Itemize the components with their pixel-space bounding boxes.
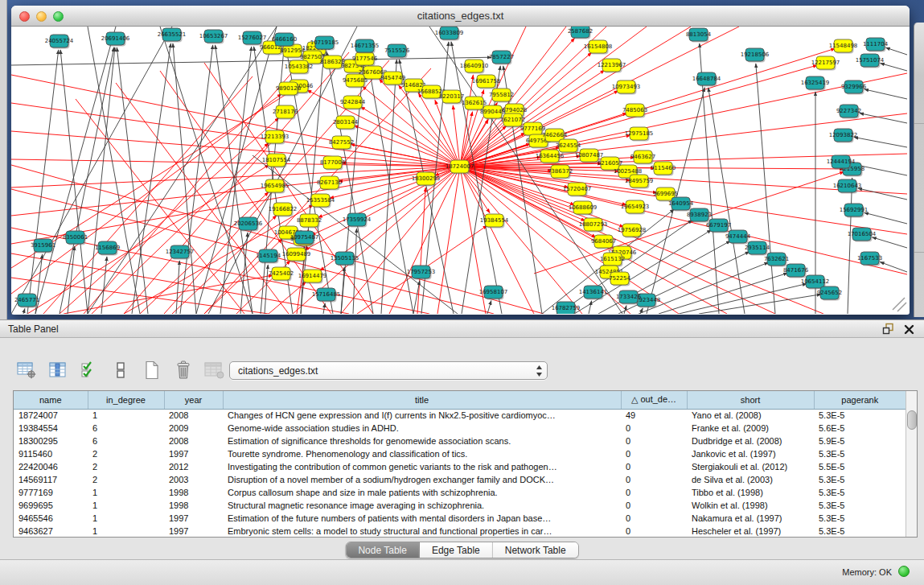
rows-icon[interactable] <box>110 360 131 381</box>
graph-node[interactable]: 12093822 <box>829 129 858 143</box>
column-header-year[interactable]: year <box>164 391 223 409</box>
network-window-titlebar[interactable]: citations_edges.txt <box>11 6 910 27</box>
graph-node[interactable]: 9177546 <box>352 52 378 67</box>
table-row[interactable]: 1872400712008Changes of HCN gene express… <box>14 409 906 422</box>
table-settings-icon[interactable] <box>16 360 37 381</box>
column-header-short[interactable]: short <box>687 391 814 409</box>
graph-node[interactable]: 15276027 <box>238 31 267 46</box>
table-scrollbar[interactable] <box>906 391 917 537</box>
graph-node[interactable]: 7515526 <box>384 44 410 59</box>
memory-status-icon[interactable] <box>898 566 910 577</box>
float-panel-icon[interactable] <box>882 323 894 338</box>
graph-node[interactable]: 19166822 <box>269 203 298 217</box>
graph-node[interactable]: 20691406 <box>101 32 130 47</box>
graph-node[interactable]: 3624554 <box>556 139 581 154</box>
graph-node[interactable]: 8177004 <box>320 156 346 171</box>
graph-node[interactable]: 9245652 <box>817 286 842 301</box>
graph-node[interactable]: 19654985 <box>261 179 290 194</box>
table-row[interactable]: 1456911722003Disruption of a novel membe… <box>14 473 906 486</box>
background-window-edge[interactable] <box>914 23 924 317</box>
graph-node[interactable]: 24055724 <box>45 35 74 49</box>
graph-node[interactable]: 13505135 <box>331 252 359 266</box>
graph-node[interactable]: 10653267 <box>199 30 228 44</box>
graph-node[interactable]: 10688609 <box>569 201 598 216</box>
graph-node[interactable]: 19218506 <box>741 48 770 63</box>
graph-node[interactable]: 2935114 <box>745 241 770 256</box>
graph-node[interactable]: 8813054 <box>686 28 712 43</box>
graph-node[interactable]: 17359924 <box>343 213 372 228</box>
table-row[interactable]: 946554611997Estimation of the future num… <box>14 512 906 525</box>
select-all-icon[interactable] <box>79 360 100 381</box>
show-columns-icon[interactable] <box>47 360 68 381</box>
scrollbar-thumb[interactable] <box>907 410 917 430</box>
graph-node[interactable]: 10973493 <box>612 80 641 95</box>
graph-node[interactable]: 16782759 <box>552 302 581 314</box>
graph-node[interactable]: 19756928 <box>618 224 647 238</box>
graph-node[interactable]: 7485063 <box>622 104 647 118</box>
graph-node[interactable]: 8427552 <box>329 136 354 150</box>
graph-node[interactable]: 12213967 <box>598 59 626 73</box>
table-row[interactable]: 1938455462009Genome-wide association stu… <box>14 422 906 435</box>
column-header-in_degree[interactable]: in_degree <box>88 391 164 409</box>
graph-node[interactable]: 16961758 <box>472 75 501 89</box>
graph-node[interactable]: 1733426 <box>616 290 642 305</box>
column-header-out_de[interactable]: △ out_de… <box>621 391 687 409</box>
graph-node[interactable]: 14136141 <box>579 286 608 300</box>
import-table-icon[interactable] <box>204 360 225 381</box>
new-document-icon[interactable] <box>142 360 162 381</box>
graph-node[interactable]: 19384554 <box>480 214 509 229</box>
graph-node[interactable]: 9890126 <box>276 82 302 97</box>
graph-node[interactable]: 19654923 <box>621 200 650 215</box>
graph-node[interactable]: 9474444 <box>725 230 751 245</box>
column-header-title[interactable]: title <box>223 391 621 409</box>
graph-node[interactable]: 2465771 <box>14 294 39 308</box>
network-canvas[interactable]: 1872400713626151864091016961758795581267… <box>11 27 908 314</box>
graph-node[interactable]: 7857227 <box>489 51 514 65</box>
graph-node[interactable]: 3915961 <box>31 239 55 253</box>
graph-node[interactable]: 15720407 <box>563 183 592 197</box>
graph-node[interactable]: 9475685 <box>343 74 368 89</box>
graph-node[interactable]: 1156869 <box>95 241 120 256</box>
graph-node[interactable]: 1111704 <box>863 38 889 52</box>
graph-node[interactable]: 26635521 <box>158 28 187 43</box>
close-panel-icon[interactable] <box>904 323 914 338</box>
graph-node[interactable]: 14671355 <box>351 39 380 54</box>
table-row[interactable]: 2242004622012Investigating the contribut… <box>14 460 906 473</box>
graph-node[interactable]: 16648784 <box>692 72 721 87</box>
graph-node[interactable]: 2718176 <box>273 105 298 120</box>
graph-node[interactable]: 7955812 <box>489 89 514 103</box>
tab-node-table[interactable]: Node Table <box>346 542 420 558</box>
graph-node[interactable]: 7386372 <box>548 165 573 179</box>
graph-node[interactable]: 12342757 <box>166 245 195 260</box>
graph-node[interactable]: 20206536 <box>234 217 263 232</box>
graph-node[interactable]: 16033809 <box>435 27 464 41</box>
graph-node[interactable]: 8350061 <box>63 231 88 245</box>
table-row[interactable]: 946362711997Embryonic stem cells: a mode… <box>14 525 906 538</box>
graph-node[interactable]: 12217597 <box>811 56 840 71</box>
graph-node[interactable]: 9242844 <box>340 96 366 110</box>
graph-node[interactable]: 8471676 <box>783 264 809 278</box>
column-header-name[interactable]: name <box>14 391 88 409</box>
tab-network-table[interactable]: Network Table <box>493 542 578 558</box>
graph-node[interactable]: 16325419 <box>801 76 830 91</box>
graph-node[interactable]: 12213393 <box>261 130 290 145</box>
graph-node[interactable]: 11548498 <box>829 39 858 54</box>
graph-node[interactable]: 16958107 <box>479 286 508 300</box>
window-resize-grip[interactable] <box>893 298 906 311</box>
graph-node[interactable]: 1640954 <box>668 197 694 212</box>
table-row[interactable]: 969969511998Structural magnetic resonanc… <box>14 499 906 512</box>
graph-node[interactable]: 9463627 <box>630 150 655 165</box>
graph-node[interactable]: 2803144 <box>333 116 359 130</box>
graph-node[interactable]: 1145194 <box>256 249 281 264</box>
graph-node[interactable]: 9684067 <box>591 235 616 249</box>
graph-node[interactable]: 16210643 <box>833 179 862 194</box>
graph-node[interactable]: 9329966 <box>841 80 867 95</box>
delete-trash-icon[interactable] <box>173 360 194 381</box>
graph-node[interactable]: 2587682 <box>568 27 593 39</box>
graph-node[interactable]: 7425402 <box>269 267 294 282</box>
graph-node[interactable]: 18640910 <box>460 60 489 74</box>
table-row[interactable]: 911546021997Tourette syndrome. Phenomeno… <box>14 447 906 460</box>
table-row[interactable]: 1830029562008Estimation of significance … <box>14 435 906 447</box>
graph-node[interactable]: 9227342 <box>836 105 861 119</box>
tab-edge-table[interactable]: Edge Table <box>420 542 493 558</box>
